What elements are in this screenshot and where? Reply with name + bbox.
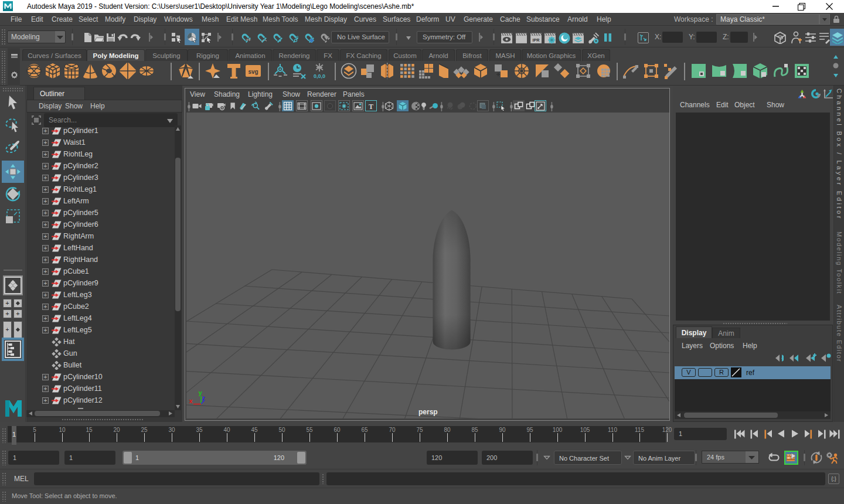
svg-text:T: T <box>369 103 373 111</box>
svg-text:0,0,0: 0,0,0 <box>314 73 325 79</box>
svg-text:svg: svg <box>248 69 258 75</box>
svg-text:x: x <box>189 397 193 404</box>
svg-text:IPR: IPR <box>533 38 540 43</box>
svg-text:z: z <box>202 394 206 401</box>
